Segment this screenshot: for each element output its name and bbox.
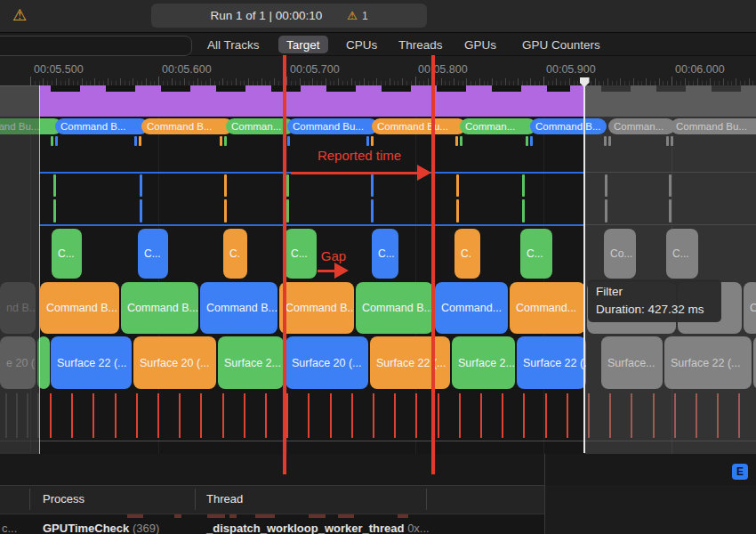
command-buffer-block[interactable]: Command B...: [200, 282, 277, 334]
thread-minibar: [398, 514, 408, 518]
surface-block[interactable]: Surface 20 (...: [133, 336, 216, 389]
command-buffer-pill[interactable]: Command B...: [141, 118, 233, 134]
ruler-tick: [82, 78, 83, 85]
compute-block[interactable]: C...: [372, 229, 398, 279]
command-buffer-pill[interactable]: Command B...: [530, 118, 607, 134]
playhead-line[interactable]: [583, 77, 585, 453]
compute-block[interactable]: C.: [454, 229, 480, 279]
tab-all-tracks[interactable]: All Tracks: [207, 36, 260, 53]
vsync-tick: [244, 393, 245, 438]
vsync-tick: [438, 393, 439, 438]
gpu-band-notches: [39, 85, 584, 92]
pill-boundary-tick: [460, 136, 462, 146]
tab-gpu-counters[interactable]: GPU Counters: [522, 36, 600, 53]
table-row-first-cell[interactable]: c...: [2, 522, 17, 534]
ruler-tick: [30, 77, 31, 85]
vsync-tick: [330, 393, 332, 438]
surface-block[interactable]: Surface 22 (...: [51, 336, 132, 389]
command-buffer-block[interactable]: Command...: [435, 282, 508, 334]
compute-block[interactable]: C...: [666, 229, 698, 279]
ruler-tick: [633, 78, 634, 85]
vsync-tick: [609, 393, 611, 438]
ruler-tick: [120, 78, 121, 85]
ruler-tick: [286, 77, 287, 85]
surface-block[interactable]: Surface 22 (...: [517, 336, 586, 389]
pane-divider[interactable]: [544, 454, 545, 534]
detail-panel: [0, 454, 756, 485]
surface-block[interactable]: Surface 20 (...: [286, 336, 368, 389]
interval-tick: [456, 199, 459, 222]
tab-gpus[interactable]: GPUs: [464, 36, 496, 53]
vsync-tick: [394, 393, 396, 438]
command-buffer-pill[interactable]: Comman...: [460, 118, 536, 134]
command-buffer-block[interactable]: Command B...: [121, 282, 198, 334]
ruler-tick: [236, 78, 237, 85]
tab-cpus[interactable]: CPUs: [346, 36, 377, 53]
ruler-tick: [274, 78, 275, 85]
surface-block[interactable]: Surface...: [601, 336, 663, 389]
tooltip-title: Filter: [596, 283, 721, 301]
column-separator[interactable]: [426, 489, 427, 510]
vsync-tick: [308, 393, 310, 438]
run-status-pill[interactable]: Run 1 of 1 | 00:00:10 ⚠ 1: [151, 4, 427, 28]
instrument-toolbar-group: [0, 36, 192, 56]
command-buffer-block[interactable]: Co...: [744, 282, 756, 334]
ruler-label: 00:05.500: [34, 63, 84, 76]
vsync-tick: [480, 393, 482, 438]
ruler-tick: [300, 78, 301, 85]
tooltip-duration: Duration: 427.32 ms: [596, 301, 721, 319]
command-buffer-block[interactable]: Command B...: [279, 282, 354, 334]
process-column-header[interactable]: Process: [43, 492, 84, 506]
command-buffer-pill[interactable]: Command Bu...: [372, 118, 466, 134]
compute-block[interactable]: C...: [520, 229, 552, 279]
ruler-tick: [43, 78, 44, 85]
command-buffer-block[interactable]: Command B...: [40, 282, 119, 334]
process-name: GPUTimeCheck: [43, 522, 129, 534]
surface-block[interactable]: Surface 2...: [218, 336, 284, 389]
vsync-tick: [286, 393, 288, 438]
vsync-tick: [674, 393, 676, 438]
command-buffer-pill[interactable]: Command B...: [55, 118, 149, 134]
pill-boundary-tick: [134, 136, 137, 146]
table-row-process[interactable]: GPUTimeCheck (369): [43, 522, 159, 534]
ruler-tick: [492, 78, 493, 85]
surface-block[interactable]: Surface 22 (...: [664, 336, 752, 389]
track-bottom-divider: [0, 441, 756, 441]
interval-tick: [605, 174, 607, 197]
selection-left-edge[interactable]: [39, 85, 40, 454]
surface-block[interactable]: Surface 22 (...: [370, 336, 450, 389]
tab-target[interactable]: Target: [278, 36, 328, 53]
interval-tick: [669, 199, 672, 222]
thread-column-header[interactable]: Thread: [206, 492, 243, 506]
column-separator[interactable]: [29, 489, 30, 510]
table-row-thread[interactable]: _dispatch_workloop_worker_thread 0x...: [206, 522, 430, 534]
surface-block[interactable]: Surface 2...: [452, 336, 515, 389]
command-buffer-block[interactable]: Command B...: [356, 282, 433, 334]
compute-block[interactable]: C.: [223, 229, 247, 279]
ruler-tick: [530, 78, 531, 85]
reported-time-arrow-head: [417, 165, 431, 181]
tab-threads[interactable]: Threads: [398, 36, 443, 53]
ruler-tick: [415, 77, 416, 85]
vsync-tick: [92, 393, 94, 438]
interval-tick: [224, 174, 227, 197]
command-buffer-pill[interactable]: Command Bu...: [287, 118, 378, 134]
compute-block[interactable]: C...: [138, 229, 168, 279]
ruler-tick: [94, 78, 95, 85]
compute-block[interactable]: C...: [52, 229, 82, 279]
warning-icon[interactable]: ⚠: [12, 7, 27, 23]
command-buffer-block[interactable]: Command...: [510, 282, 585, 334]
annotation-marker-line: [431, 50, 435, 474]
interval-tick: [456, 174, 459, 197]
column-separator[interactable]: [195, 489, 196, 510]
extended-detail-badge[interactable]: E: [732, 464, 748, 480]
compute-block[interactable]: Co...: [604, 229, 636, 279]
pill-boundary-tick: [55, 136, 58, 146]
ruler-tick: [543, 77, 544, 85]
timeline-ruler[interactable]: [0, 55, 756, 87]
interval-tick: [140, 174, 142, 197]
command-buffer-pill[interactable]: Comman...: [608, 118, 675, 134]
command-buffer-pill[interactable]: Command Bu...: [671, 118, 756, 134]
gpu-band[interactable]: [39, 92, 584, 117]
ruler-tick: [659, 78, 660, 85]
